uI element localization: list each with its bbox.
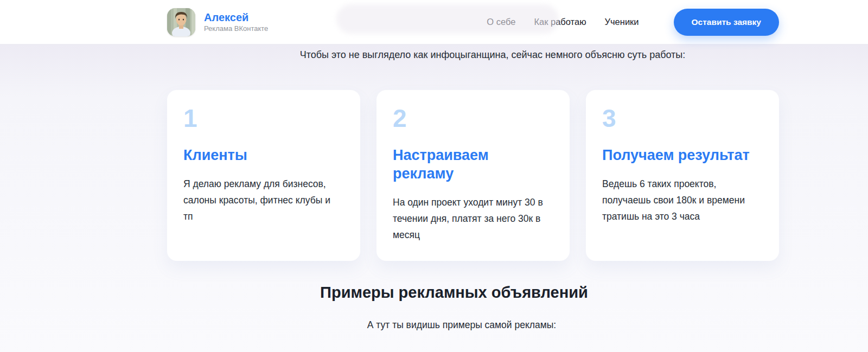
step-title: Получаем результат <box>602 146 763 164</box>
step-card-get-results: 3 Получаем результат Ведешь 6 таких прое… <box>586 90 779 261</box>
step-text: Ведешь 6 таких проектов, получаешь свои … <box>602 176 754 225</box>
step-number: 2 <box>393 104 553 133</box>
brand-name[interactable]: Алексей <box>204 11 268 24</box>
main-nav: О себе Как работаю Ученики Оставить заяв… <box>487 9 779 36</box>
step-text: На один проект уходит минут 30 в течении… <box>393 195 545 243</box>
brand-text: Алексей Реклама ВКонтакте <box>204 11 268 33</box>
examples-section-subtitle: А тут ты видишь примеры самой рекламы: <box>156 319 768 331</box>
nav-link-students[interactable]: Ученики <box>605 17 639 27</box>
nav-link-about[interactable]: О себе <box>487 17 515 27</box>
step-title: Клиенты <box>183 146 344 164</box>
site-header: Алексей Реклама ВКонтакте О себе Как раб… <box>0 0 868 44</box>
brand-link[interactable]: Алексей Реклама ВКонтакте <box>167 8 268 36</box>
intro-text: Чтобы это не выглядело как инфоцыганщина… <box>187 44 799 61</box>
steps-cards: 1 Клиенты Я делаю рекламу для бизнесов, … <box>167 90 779 261</box>
leave-request-button[interactable]: Оставить заявку <box>674 9 779 36</box>
avatar-photo-icon <box>167 8 195 36</box>
avatar <box>167 8 195 36</box>
step-card-setup-ads: 2 Настраиваем рекламу На один проект ухо… <box>376 90 570 261</box>
step-text: Я делаю рекламу для бизнесов, салоны кра… <box>183 176 335 225</box>
step-number: 3 <box>602 104 763 133</box>
nav-link-how-i-work[interactable]: Как работаю <box>534 17 586 27</box>
step-card-clients: 1 Клиенты Я делаю рекламу для бизнесов, … <box>167 90 360 261</box>
examples-section-title: Примеры рекламных объявлений <box>148 284 760 302</box>
step-title: Настраиваем рекламу <box>393 146 509 183</box>
step-number: 1 <box>183 104 344 133</box>
brand-tagline: Реклама ВКонтакте <box>204 24 268 33</box>
